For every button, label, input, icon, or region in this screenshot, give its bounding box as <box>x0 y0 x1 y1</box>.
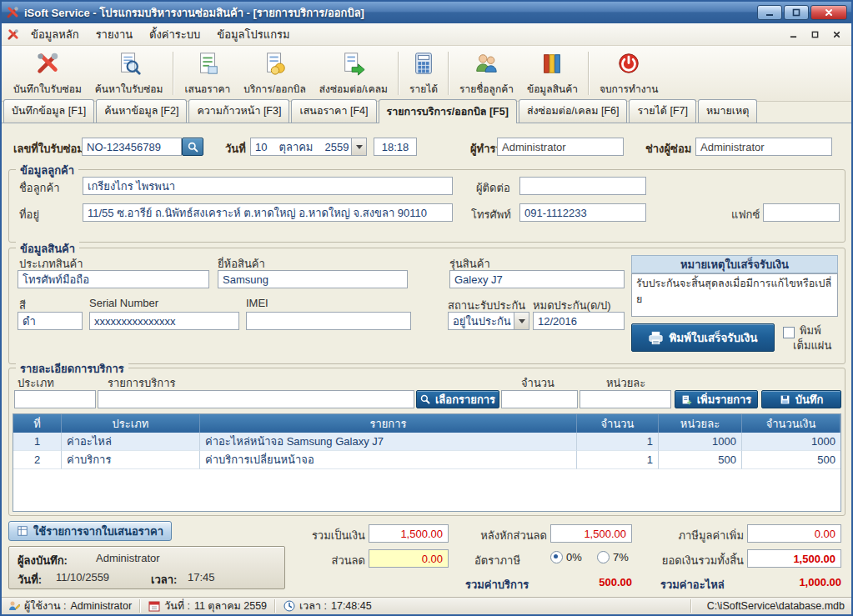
add-item-button[interactable]: เพิ่มรายการ <box>675 390 758 408</box>
tab-income-f7[interactable]: รายได้ [F7] <box>629 99 695 123</box>
billing-document-icon <box>263 51 288 78</box>
service-details-group: รายละเอียดการบริการ ประเภท รายการบริการ … <box>8 368 845 516</box>
service-total-label: รวมค่าบริการ <box>465 576 529 593</box>
receipt-search-button[interactable] <box>182 138 203 156</box>
product-serial-input[interactable] <box>89 312 239 330</box>
close-icon <box>825 8 833 17</box>
menu-item-reports[interactable]: รายงาน <box>88 23 141 47</box>
recorder-value: Administrator <box>96 552 160 564</box>
search-icon <box>188 142 198 153</box>
tab-notes[interactable]: หมายเหตุ <box>698 99 757 123</box>
record-date-label: วันที่: <box>18 571 42 588</box>
customer-address-input[interactable] <box>83 203 453 222</box>
product-model-input[interactable] <box>449 270 625 288</box>
service-type-input[interactable] <box>14 390 96 408</box>
tools-icon <box>35 51 60 78</box>
tab-record-data-f1[interactable]: บันทึกข้อมูล [F1] <box>3 99 94 123</box>
customer-fax-label: แฟกซ์ <box>731 206 760 223</box>
chevron-down-icon <box>519 319 525 323</box>
maximize-button[interactable] <box>784 5 809 20</box>
service-unit-input[interactable] <box>580 390 671 408</box>
tab-quotation-f4[interactable]: เสนอราคา [F4] <box>291 99 376 123</box>
date-month: ตุลาคม <box>278 138 313 156</box>
status-separator <box>274 599 276 613</box>
vat-label: ภาษีมูลค่าเพิ่ม <box>665 527 744 544</box>
table-row[interactable]: 1 ค่าอะไหล่ ค่าอะไหล่หน้าจอ Samsung Gala… <box>13 433 840 451</box>
print-receipt-button[interactable]: พิมพ์ใบเสร็จรับเงิน <box>631 323 775 352</box>
full-page-label-line2: เต็มแผ่น <box>793 337 831 354</box>
menu-item-program-info[interactable]: ข้อมูลโปรแกรม <box>208 23 298 47</box>
radio-7-percent-icon <box>597 551 610 563</box>
service-item-input[interactable] <box>98 390 414 408</box>
technician-input[interactable] <box>695 138 832 156</box>
toolbar-customer-list[interactable]: รายชื่อลูกค้า <box>453 48 520 99</box>
service-item-label: รายการบริการ <box>108 374 175 392</box>
tax-rate-option-7[interactable]: 7% <box>597 551 629 563</box>
toolbar-exit[interactable]: จบการทำงาน <box>593 48 665 99</box>
customer-fax-input[interactable] <box>763 203 840 222</box>
forward-document-icon <box>341 51 366 78</box>
tab-forward-claim-f6[interactable]: ส่งซ่อมต่อ/เคลม [F6] <box>519 99 628 123</box>
product-color-input[interactable] <box>18 312 83 330</box>
toolbar-service-billing[interactable]: บริการ/ออกบิล <box>237 48 313 99</box>
select-item-button[interactable]: เลือกรายการ <box>416 390 499 408</box>
tab-search-data-f2[interactable]: ค้นหาข้อมูล [F2] <box>96 99 187 123</box>
warranty-status-select[interactable]: อยู่ในประกัน <box>448 312 529 330</box>
table-row[interactable]: 2 ค่าบริการ ค่าบริการเปลี่ยนหน้าจอ 1 500… <box>13 451 840 469</box>
toolbar-forward-repair-claim[interactable]: ส่งซ่อมต่อ/เคลม <box>313 48 394 99</box>
tab-progress-f3[interactable]: ความก้าวหน้า [F3] <box>188 99 289 123</box>
date-year: 2559 <box>324 141 349 153</box>
product-imei-input[interactable] <box>246 312 411 330</box>
service-total-value: 500.00 <box>552 576 632 588</box>
search-document-icon <box>117 51 142 78</box>
date-dropdown-button[interactable] <box>351 138 366 155</box>
toolbar-search-repair-ticket[interactable]: ค้นหาใบรับซ่อม <box>88 48 170 99</box>
customer-name-label: ชื่อลูกค้า <box>19 179 59 197</box>
receipt-no-input[interactable] <box>82 138 182 156</box>
time-input[interactable] <box>374 138 417 156</box>
service-qty-input[interactable] <box>501 390 578 408</box>
subtotal-value: 1,500.00 <box>369 524 449 543</box>
toolbar-income[interactable]: รายได้ <box>403 48 444 99</box>
product-imei-label: IMEI <box>246 297 268 309</box>
app-icon <box>6 6 19 19</box>
receipt-note-title: หมายเหตุใบเสร็จรับเงิน <box>631 255 838 273</box>
toolbar-save-repair-ticket[interactable]: บันทึกใบรับซ่อม <box>7 48 88 99</box>
column-header-qty: จำนวน <box>577 414 659 433</box>
menu-item-master-data[interactable]: ข้อมูลหลัก <box>23 23 88 47</box>
customer-contact-input[interactable] <box>519 177 646 195</box>
product-type-input[interactable] <box>18 270 209 288</box>
tax-rate-option-0[interactable]: 0% <box>550 551 582 563</box>
product-brand-input[interactable] <box>218 270 408 288</box>
customer-group-title: ข้อมูลลูกค้า <box>16 162 78 179</box>
menu-bar: ข้อมูลหลัก รายงาน ตั้งค่าระบบ ข้อมูลโปรแ… <box>2 23 851 46</box>
mdi-minimize-button[interactable] <box>786 28 800 40</box>
date-label: วันที่ <box>225 140 246 158</box>
tab-service-billing-f5[interactable]: รายการบริการ/ออกบิล [F5] <box>379 99 517 123</box>
customer-name-input[interactable] <box>83 177 453 195</box>
date-picker[interactable]: 10 ตุลาคม 2559 <box>250 138 367 156</box>
warranty-end-input[interactable] <box>533 312 625 330</box>
use-quotation-items-button[interactable]: ใช้รายการจากใบเสนอราคา <box>8 521 172 541</box>
mdi-close-button[interactable] <box>830 28 843 40</box>
service-unit-label: หน่วยละ <box>606 374 645 392</box>
mdi-minimize-icon <box>790 31 797 38</box>
service-type-label: ประเภท <box>18 374 54 392</box>
save-item-button[interactable]: บันทึก <box>761 390 841 408</box>
warranty-dropdown-button[interactable] <box>514 313 529 329</box>
menu-item-settings[interactable]: ตั้งค่าระบบ <box>141 23 208 47</box>
receipt-note-textarea[interactable]: รับประกันจะสิ้นสุดลงเมื่อมีการแก้ไขหรือเ… <box>631 273 838 317</box>
toolbar-product-data[interactable]: ข้อมูลสินค้า <box>520 48 585 99</box>
table-header-row: ที่ ประเภท รายการ จำนวน หน่วยละ จำนวนเงิ… <box>13 414 840 433</box>
customers-icon <box>474 51 499 78</box>
minimize-button[interactable] <box>757 5 782 20</box>
record-time-label: เวลา: <box>151 571 177 588</box>
customer-phone-input[interactable] <box>519 203 646 222</box>
app-window: iSoft Service - โปรแกรมบริหารงานซ่อมสินค… <box>0 0 853 616</box>
user-edit-icon <box>8 600 20 612</box>
operator-input[interactable] <box>497 138 624 156</box>
close-button[interactable] <box>810 5 847 20</box>
mdi-restore-button[interactable] <box>808 28 821 40</box>
toolbar-quotation[interactable]: เสนอราคา <box>178 48 237 99</box>
discount-input[interactable]: 0.00 <box>369 549 449 568</box>
